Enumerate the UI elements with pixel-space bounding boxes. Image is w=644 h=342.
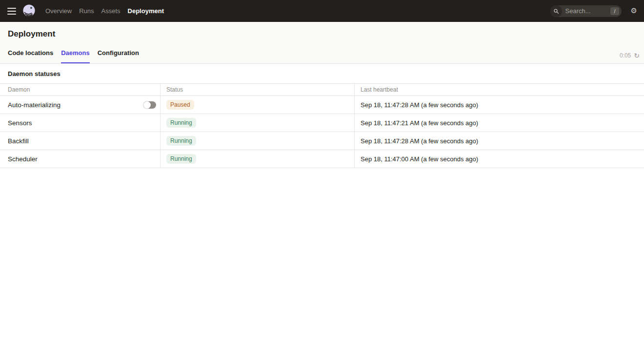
tab-bar: Code locations Daemons Configuration <box>0 39 644 63</box>
hamburger-icon[interactable] <box>7 8 16 15</box>
column-header-daemon: Daemon <box>0 84 161 95</box>
main-content: Daemon statuses Daemon Status Last heart… <box>0 64 644 168</box>
search-shortcut-key: / <box>610 7 619 15</box>
daemon-name: Backfill <box>8 137 29 145</box>
nav-item-assets[interactable]: Assets <box>101 7 121 15</box>
refresh-countdown: 0:05 <box>620 52 631 59</box>
tab-code-locations[interactable]: Code locations <box>8 49 53 63</box>
last-heartbeat: Sep 18, 11:47:21 AM (a few seconds ago) <box>361 119 478 127</box>
status-badge: Running <box>166 154 196 164</box>
refresh-icon[interactable]: ↻ <box>634 52 640 59</box>
table-row: Sensors Running Sep 18, 11:47:21 AM (a f… <box>0 114 644 132</box>
primary-nav: Overview Runs Assets Deployment <box>45 7 164 15</box>
search-box[interactable]: / <box>550 5 622 17</box>
daemon-name: Scheduler <box>8 155 38 163</box>
status-badge: Running <box>166 118 196 128</box>
status-badge: Paused <box>166 100 194 110</box>
nav-item-overview[interactable]: Overview <box>45 7 72 15</box>
page-title: Deployment <box>0 22 644 39</box>
tab-daemons[interactable]: Daemons <box>61 49 90 63</box>
last-heartbeat: Sep 18, 11:47:00 AM (a few seconds ago) <box>361 155 478 163</box>
nav-item-runs[interactable]: Runs <box>79 7 94 15</box>
section-heading: Daemon statuses <box>0 64 644 83</box>
daemon-name: Auto-materializing <box>8 101 60 109</box>
table-header-row: Daemon Status Last heartbeat <box>0 83 644 96</box>
table-row: Backfill Running Sep 18, 11:47:28 AM (a … <box>0 132 644 150</box>
column-header-last-heartbeat: Last heartbeat <box>355 84 644 95</box>
table-row: Auto-materializing Paused Sep 18, 11:47:… <box>0 96 644 114</box>
nav-item-deployment[interactable]: Deployment <box>128 7 164 15</box>
daemon-name: Sensors <box>8 119 32 127</box>
search-icon <box>550 5 562 17</box>
status-badge: Running <box>166 136 196 146</box>
page-header: Deployment Code locations Daemons Config… <box>0 22 644 64</box>
column-header-status: Status <box>161 84 355 95</box>
table-row: Scheduler Running Sep 18, 11:47:00 AM (a… <box>0 150 644 168</box>
search-input[interactable] <box>562 7 611 15</box>
daemon-statuses-table: Daemon Status Last heartbeat Auto-materi… <box>0 83 644 168</box>
tab-configuration[interactable]: Configuration <box>98 49 139 63</box>
toggle-knob <box>143 101 151 109</box>
daemon-enabled-toggle[interactable] <box>143 101 156 109</box>
table-body: Auto-materializing Paused Sep 18, 11:47:… <box>0 96 644 168</box>
refresh-countdown-chip: 0:05 ↻ <box>620 52 640 59</box>
top-navigation-bar: Overview Runs Assets Deployment / ⚙ <box>0 0 644 22</box>
last-heartbeat: Sep 18, 11:47:28 AM (a few seconds ago) <box>361 137 478 145</box>
gear-icon[interactable]: ⚙ <box>631 7 637 15</box>
last-heartbeat: Sep 18, 11:47:28 AM (a few seconds ago) <box>361 101 478 109</box>
dagster-logo[interactable] <box>22 4 36 18</box>
